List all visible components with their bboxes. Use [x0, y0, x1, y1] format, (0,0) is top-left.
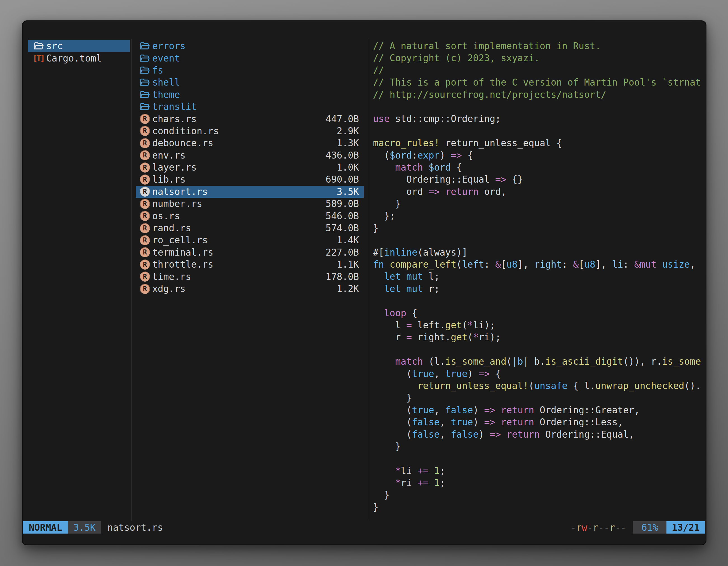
code-line: ($ord:expr) => {	[373, 149, 706, 161]
folder-open-icon	[140, 54, 150, 63]
entry-label: chars.rs	[152, 114, 197, 125]
file-row[interactable]: Rthrottle.rs1.1K	[136, 259, 364, 271]
rust-file-icon: R	[140, 235, 150, 245]
entry-label: fs	[152, 65, 163, 76]
entry-label: debounce.rs	[152, 138, 213, 149]
toml-file-icon: [T]	[34, 53, 44, 63]
file-row[interactable]: Rchars.rs447.0B	[136, 113, 364, 125]
entry-label: xdg.rs	[152, 283, 185, 294]
file-row[interactable]: Rro_cell.rs1.4K	[136, 234, 364, 246]
permissions-text: -rw-r--r--	[570, 521, 626, 534]
permission-char: -	[604, 522, 610, 533]
entry-size: 227.0B	[326, 247, 359, 258]
entry-size: 447.0B	[326, 114, 359, 125]
file-row[interactable]: Renv.rs436.0B	[136, 149, 364, 161]
permission-char: w	[582, 522, 587, 533]
folder-open-icon	[140, 90, 150, 99]
folder-row[interactable]: errors	[136, 40, 364, 52]
file-manager-panes: src[T]Cargo.toml errorseventfsshelltheme…	[23, 21, 706, 521]
folder-row[interactable]: src	[28, 40, 130, 52]
rust-file-icon: R	[140, 284, 150, 294]
permission-char: -	[587, 522, 593, 533]
entry-size: 589.0B	[326, 198, 359, 209]
code-line: l = left.get(*li);	[373, 319, 706, 331]
file-row[interactable]: Rtime.rs178.0B	[136, 271, 364, 283]
code-line: let mut r;	[373, 283, 706, 295]
file-row[interactable]: Rcondition.rs2.9K	[136, 125, 364, 137]
folder-row[interactable]: theme	[136, 89, 364, 101]
entry-label: number.rs	[152, 198, 202, 209]
code-line: r = right.get(*ri);	[373, 331, 706, 343]
rust-file-icon: R	[140, 150, 150, 160]
permission-char: -	[598, 522, 604, 533]
code-line: Ordering::Equal => {}	[373, 173, 706, 186]
code-line: #[inline(always)]	[373, 247, 706, 259]
entry-label: translit	[152, 101, 197, 112]
code-line: }	[373, 222, 706, 234]
scroll-percent-badge: 61%	[633, 521, 666, 534]
file-size-badge: 3.5K	[68, 521, 101, 534]
code-line: (false, true) => return Ordering::Less,	[373, 416, 706, 428]
entry-size: 1.0K	[337, 162, 359, 173]
rust-file-icon: R	[140, 114, 150, 124]
entry-label: terminal.rs	[152, 247, 213, 258]
entry-label: condition.rs	[152, 126, 219, 137]
entry-label: env.rs	[152, 150, 185, 161]
file-row[interactable]: Rnumber.rs589.0B	[136, 198, 364, 210]
entry-label: theme	[152, 89, 180, 100]
file-row[interactable]: [T]Cargo.toml	[28, 52, 130, 64]
entry-label: ro_cell.rs	[152, 235, 208, 246]
file-row[interactable]: Rlayer.rs1.0K	[136, 161, 364, 173]
entry-label: rand.rs	[152, 223, 191, 234]
folder-open-icon	[140, 102, 150, 111]
file-row[interactable]: Rnatsort.rs3.5K	[136, 186, 364, 198]
code-line	[373, 125, 706, 137]
folder-open-icon	[140, 78, 150, 87]
code-line	[373, 295, 706, 307]
folder-row[interactable]: event	[136, 52, 364, 64]
permission-char: -	[570, 522, 576, 533]
status-bar: NORMAL 3.5K natsort.rs -rw-r--r-- 61% 13…	[23, 521, 705, 534]
entry-size: 1.3K	[337, 138, 359, 149]
file-row[interactable]: Rlib.rs690.0B	[136, 173, 364, 186]
folder-open-icon	[140, 42, 150, 50]
entry-label: layer.rs	[152, 162, 197, 173]
folder-row[interactable]: translit	[136, 101, 364, 113]
file-row[interactable]: Ros.rs546.0B	[136, 210, 364, 222]
folder-row[interactable]: fs	[136, 64, 364, 76]
file-row[interactable]: Rdebounce.rs1.3K	[136, 137, 364, 149]
code-line: }	[373, 440, 706, 452]
folder-row[interactable]: shell	[136, 76, 364, 88]
preview-panel: // A natural sort implementation in Rust…	[369, 21, 706, 521]
code-line: return_unless_equal!(unsafe { l.unwrap_u…	[373, 380, 706, 392]
rust-file-icon: R	[140, 187, 150, 197]
cursor-position-badge: 13/21	[666, 521, 705, 534]
code-line: use std::cmp::Ordering;	[373, 113, 706, 125]
code-line: }	[373, 198, 706, 210]
code-line: }	[373, 489, 706, 501]
entry-size: 3.5K	[337, 186, 359, 197]
file-row[interactable]: Rrand.rs574.0B	[136, 222, 364, 234]
code-line: }	[373, 501, 706, 513]
status-spacer	[163, 521, 571, 534]
permission-char: -	[621, 522, 626, 533]
mode-badge: NORMAL	[23, 521, 68, 534]
rust-file-icon: R	[140, 223, 150, 233]
entry-label: time.rs	[152, 271, 191, 282]
file-row[interactable]: Rxdg.rs1.2K	[136, 283, 364, 295]
code-line: (true, false) => return Ordering::Greate…	[373, 404, 706, 416]
entry-size: 1.1K	[337, 259, 359, 270]
entry-size: 574.0B	[326, 223, 359, 234]
code-line: // This is a port of the C version of Ma…	[373, 76, 706, 88]
rust-file-icon: R	[140, 211, 150, 221]
code-line	[373, 234, 706, 246]
permission-char: r	[576, 522, 582, 533]
code-line: }	[373, 392, 706, 404]
entry-size: 178.0B	[326, 271, 359, 282]
code-line: };	[373, 210, 706, 222]
file-row[interactable]: Rterminal.rs227.0B	[136, 247, 364, 259]
entry-label: shell	[152, 77, 180, 88]
code-line: // http://sourcefrog.net/projects/natsor…	[373, 89, 706, 101]
code-line: loop {	[373, 307, 706, 319]
entry-size: 690.0B	[326, 174, 359, 185]
